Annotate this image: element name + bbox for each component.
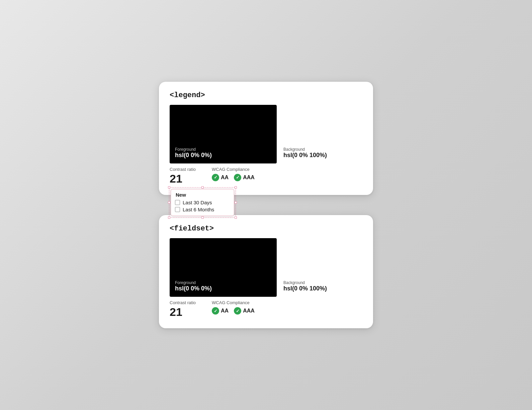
fieldset-preview-box: Foreground hsl(0 0% 0%) [170,238,277,297]
fieldset-aaa-check-icon [234,307,241,315]
handle-tl [168,186,170,189]
dropdown-label-last30: Last 30 Days [183,200,212,205]
handle-mr [235,201,237,204]
fieldset-wcag-aaa-badge: AAA [234,307,255,315]
legend-aaa-label: AAA [243,175,255,181]
fieldset-aa-label: AA [221,308,229,314]
fieldset-fg-label: Foreground [175,280,212,285]
fieldset-wcag-label: WCAG Compliance [212,300,255,305]
fieldset-stats-row: Contrast ratio 21 WCAG Compliance AA AAA [170,300,362,318]
dropdown-item-last30[interactable]: Last 30 Days [175,200,229,205]
handle-tm [201,186,204,189]
legend-preview-area: Foreground hsl(0 0% 0%) Background hsl(0… [170,105,362,163]
dropdown-item-last6[interactable]: Last 6 Months [175,207,229,212]
legend-bg-label: Background [283,147,327,152]
legend-aa-check-icon [212,174,219,181]
fieldset-wcag-block: WCAG Compliance AA AAA [212,300,255,315]
handle-bl [168,216,170,219]
legend-wcag-label: WCAG Compliance [212,167,255,172]
legend-aa-label: AA [221,175,229,181]
fieldset-contrast-block: Contrast ratio 21 [170,300,196,318]
dropdown-new-label: New [175,192,229,198]
floating-dropdown[interactable]: New Last 30 Days Last 6 Months [171,189,234,216]
fieldset-bg-value: hsl(0 0% 100%) [283,285,327,292]
legend-card: <legend> Foreground hsl(0 0% 0%) Backgro… [159,82,373,195]
dropdown-checkbox-last6[interactable] [175,207,180,212]
legend-stats-row: Contrast ratio 21 WCAG Compliance AA AAA [170,167,362,185]
fieldset-contrast-value: 21 [170,306,196,318]
fieldset-fg-value: hsl(0 0% 0%) [175,285,212,292]
fieldset-bg-info: Background hsl(0 0% 100%) [277,238,327,297]
legend-bg-value: hsl(0 0% 100%) [283,152,327,159]
fieldset-aaa-label: AAA [243,308,255,314]
fieldset-fg-labels: Foreground hsl(0 0% 0%) [175,280,212,292]
legend-card-title: <legend> [170,91,362,99]
fieldset-card-title: <fieldset> [170,224,362,233]
legend-wcag-block: WCAG Compliance AA AAA [212,167,255,181]
legend-contrast-block: Contrast ratio 21 [170,167,196,185]
legend-contrast-value: 21 [170,173,196,185]
handle-br [235,216,237,219]
legend-aaa-check-icon [234,174,241,181]
legend-fg-labels: Foreground hsl(0 0% 0%) [175,147,212,159]
handle-tr [235,186,237,189]
legend-wcag-badges: AA AAA [212,174,255,181]
legend-fg-label: Foreground [175,147,212,152]
fieldset-preview-area: Foreground hsl(0 0% 0%) Background hsl(0… [170,238,362,297]
dropdown-checkbox-last30[interactable] [175,200,180,205]
handle-bm [201,216,204,219]
fieldset-card: <fieldset> Foreground hsl(0 0% 0%) Backg… [159,215,373,328]
fieldset-contrast-label: Contrast ratio [170,300,196,305]
legend-contrast-label: Contrast ratio [170,167,196,172]
legend-bg-info: Background hsl(0 0% 100%) [277,105,327,163]
handle-ml [168,201,170,204]
fieldset-wcag-aa-badge: AA [212,307,229,315]
legend-preview-box: Foreground hsl(0 0% 0%) [170,105,277,163]
legend-wcag-aa-badge: AA [212,174,229,181]
fieldset-bg-label: Background [283,280,327,285]
fieldset-aa-check-icon [212,307,219,315]
legend-fg-value: hsl(0 0% 0%) [175,152,212,159]
fieldset-wcag-badges: AA AAA [212,307,255,315]
dropdown-label-last6: Last 6 Months [183,207,214,212]
legend-wcag-aaa-badge: AAA [234,174,255,181]
page-container: <legend> Foreground hsl(0 0% 0%) Backgro… [159,82,373,329]
